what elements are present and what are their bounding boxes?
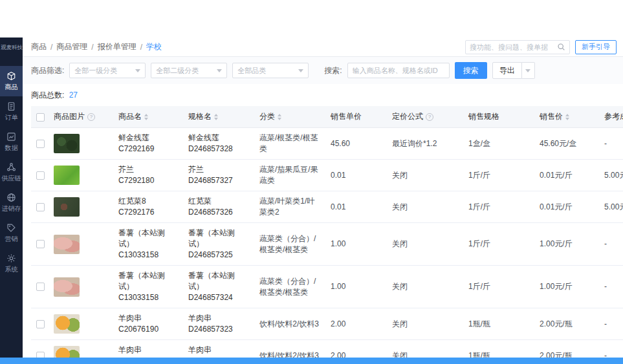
sidebar-item-inventory[interactable]: 进销存 bbox=[0, 187, 23, 218]
category-type-select[interactable]: 全部品类 bbox=[232, 63, 309, 78]
search-icon[interactable] bbox=[557, 43, 569, 51]
table-row: 番薯（本站测试）C13033158番薯（本站测试）D246857324蔬菜类（分… bbox=[31, 266, 623, 308]
product-name: 芥兰 bbox=[118, 164, 178, 175]
sidebar: 观麦科技 商品 订单 数据 供应链 进销存 营销 系统 bbox=[0, 37, 23, 358]
sort-icon[interactable] bbox=[565, 114, 569, 120]
product-name: 番薯（本站测试） bbox=[118, 228, 178, 250]
category-level1-select[interactable]: 全部一级分类 bbox=[69, 63, 146, 78]
spec-id: D246857324 bbox=[188, 292, 249, 303]
category-level2-select[interactable]: 全部二级分类 bbox=[151, 63, 227, 78]
sort-icon[interactable] bbox=[278, 114, 281, 120]
ref-cost-cell: - bbox=[599, 308, 623, 340]
category-cell: 蔬菜类（分合）/根茎类/根茎类 bbox=[254, 266, 325, 308]
search-button[interactable]: 搜索 bbox=[455, 62, 487, 79]
row-checkbox[interactable] bbox=[36, 140, 45, 148]
chevron-down-icon bbox=[135, 69, 140, 72]
product-image[interactable] bbox=[54, 277, 80, 297]
table-header-row: 商品图片?商品名规格名分类销售单价定价公式?销售规格销售价参考成 bbox=[31, 106, 623, 128]
row-checkbox[interactable] bbox=[36, 203, 45, 211]
select-all-checkbox[interactable] bbox=[36, 113, 45, 122]
sidebar-item-supply-chain[interactable]: 供应链 bbox=[0, 157, 23, 187]
row-checkbox[interactable] bbox=[36, 240, 45, 248]
table-row: 羊肉串C20676190羊肉串D246857323饮料/饮料2/饮料32.00关… bbox=[31, 308, 623, 340]
pricing-formula-cell: 关闭 bbox=[387, 266, 463, 308]
sale-spec-cell: 1盒/盒 bbox=[463, 128, 534, 160]
product-image[interactable] bbox=[54, 235, 80, 254]
export-dropdown-button[interactable] bbox=[522, 62, 535, 79]
sale-price-cell: 45.60元/盒 bbox=[534, 128, 599, 160]
unit-price-cell: 45.60 bbox=[325, 128, 387, 160]
sidebar-item-data[interactable]: 数据 bbox=[0, 127, 23, 157]
spec-id: D246857325 bbox=[188, 250, 249, 261]
sale-price-cell: 0.01元/斤 bbox=[534, 191, 599, 223]
column-header: 分类 bbox=[254, 106, 325, 128]
unit-price-cell: 2.00 bbox=[325, 308, 387, 340]
column-header: 商品图片? bbox=[49, 106, 113, 128]
products-table: 商品图片?商品名规格名分类销售单价定价公式?销售规格销售价参考成 鲜金线莲C72… bbox=[31, 106, 623, 358]
spec-name: 羊肉串 bbox=[188, 345, 249, 356]
unit-price-cell: 2.00 bbox=[325, 340, 387, 358]
spec-id: D246857328 bbox=[188, 144, 249, 155]
pricing-formula-cell: 关闭 bbox=[387, 223, 463, 266]
sort-icon[interactable] bbox=[214, 114, 218, 120]
breadcrumb-item: 学校 bbox=[146, 41, 162, 52]
inventory-globe-icon bbox=[6, 193, 16, 202]
spec-id: D246857323 bbox=[188, 324, 249, 335]
global-search-input[interactable] bbox=[466, 43, 557, 51]
sidebar-item-label: 供应链 bbox=[2, 174, 21, 183]
product-name-cell: 番薯（本站测试）C13033158 bbox=[113, 223, 183, 266]
row-checkbox[interactable] bbox=[36, 352, 45, 358]
product-image[interactable] bbox=[54, 197, 80, 217]
help-icon[interactable]: ? bbox=[87, 113, 95, 121]
ref-cost-cell: - bbox=[599, 266, 623, 308]
column-header bbox=[31, 106, 49, 128]
sale-price-cell: 1.00元/斤 bbox=[534, 223, 599, 266]
ref-cost-cell: 5.00元 bbox=[599, 160, 623, 191]
sidebar-item-products[interactable]: 商品 bbox=[0, 66, 23, 96]
sale-price-cell: 2.00元/瓶 bbox=[534, 340, 599, 358]
table-row: 红苋菜8C7292176红苋菜D246857326蔬菜/叶菜类1/叶菜类20.0… bbox=[31, 191, 623, 223]
product-image[interactable] bbox=[54, 134, 80, 153]
unit-price-cell: 1.00 bbox=[325, 223, 387, 266]
product-id: C7292169 bbox=[118, 144, 178, 155]
guide-button[interactable]: 新手引导 bbox=[575, 40, 617, 54]
column-header: 商品名 bbox=[113, 106, 183, 128]
unit-price-cell: 1.00 bbox=[325, 266, 387, 308]
sale-price-cell: 2.00元/瓶 bbox=[534, 308, 599, 340]
row-checkbox[interactable] bbox=[36, 320, 45, 328]
product-image[interactable] bbox=[54, 166, 80, 185]
row-checkbox[interactable] bbox=[36, 171, 45, 180]
spec-name: 芥兰 bbox=[188, 164, 249, 175]
sidebar-item-system[interactable]: 系统 bbox=[0, 248, 23, 279]
breadcrumb-item[interactable]: 商品管理 bbox=[56, 41, 87, 52]
sidebar-item-orders[interactable]: 订单 bbox=[0, 96, 23, 127]
spec-name-cell: 番薯（本站测试）D246857324 bbox=[183, 266, 254, 308]
product-name-cell: 鲜金线莲C7292169 bbox=[113, 128, 183, 160]
export-button[interactable]: 导出 bbox=[492, 62, 522, 79]
product-image[interactable] bbox=[54, 346, 80, 358]
product-id: C13033158 bbox=[118, 250, 178, 261]
category-cell: 饮料/饮料2/饮料3 bbox=[254, 308, 325, 340]
sidebar-item-marketing[interactable]: 营销 bbox=[0, 218, 23, 248]
sidebar-item-label: 系统 bbox=[5, 265, 18, 274]
product-search-input[interactable] bbox=[347, 63, 450, 78]
bottom-bar bbox=[0, 358, 623, 364]
spec-name-cell: 芥兰D246857327 bbox=[183, 160, 254, 191]
breadcrumb-item[interactable]: 报价单管理 bbox=[98, 41, 137, 52]
product-name: 鲜金线莲 bbox=[118, 133, 178, 144]
supply-chain-icon bbox=[6, 162, 16, 172]
main-content: 商品/商品管理/报价单管理/学校 新手引导 商品筛选: 全部一级分类 全部二级分… bbox=[23, 37, 623, 358]
sidebar-item-label: 商品 bbox=[5, 83, 18, 92]
product-name: 羊肉串 bbox=[118, 345, 178, 356]
top-bar: 商品/商品管理/报价单管理/学校 新手引导 bbox=[23, 37, 623, 57]
sort-icon[interactable] bbox=[144, 114, 148, 120]
ref-cost-cell: - bbox=[599, 223, 623, 266]
ref-cost-cell: - bbox=[599, 128, 623, 160]
products-table-wrap: 商品图片?商品名规格名分类销售单价定价公式?销售规格销售价参考成 鲜金线莲C72… bbox=[31, 106, 623, 358]
product-name-cell: 羊肉串C20676190 bbox=[113, 340, 183, 358]
category-cell: 饮料/饮料2/饮料3 bbox=[254, 340, 325, 358]
help-icon[interactable]: ? bbox=[426, 113, 433, 121]
product-image[interactable] bbox=[54, 314, 80, 334]
row-checkbox[interactable] bbox=[36, 283, 45, 291]
breadcrumb-item[interactable]: 商品 bbox=[31, 41, 47, 52]
